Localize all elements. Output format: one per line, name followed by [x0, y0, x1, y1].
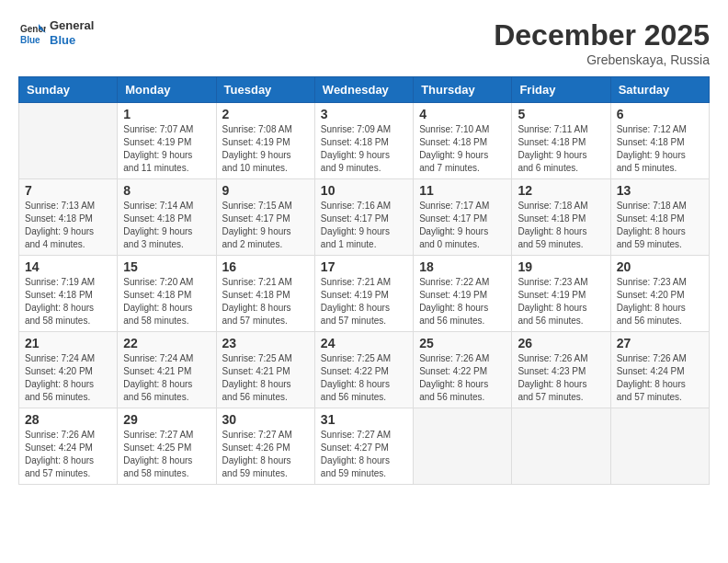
calendar-body: 1Sunrise: 7:07 AM Sunset: 4:19 PM Daylig…: [19, 103, 710, 485]
day-number: 28: [25, 412, 111, 427]
day-number: 17: [321, 259, 407, 274]
day-number: 27: [617, 336, 703, 350]
day-info: Sunrise: 7:18 AM Sunset: 4:18 PM Dayligh…: [518, 200, 604, 251]
calendar-header: SundayMondayTuesdayWednesdayThursdayFrid…: [19, 77, 710, 103]
svg-text:Blue: Blue: [20, 35, 40, 45]
day-info: Sunrise: 7:25 AM Sunset: 4:22 PM Dayligh…: [321, 352, 407, 404]
day-cell: [512, 408, 610, 485]
day-cell: 30Sunrise: 7:27 AM Sunset: 4:26 PM Dayli…: [216, 408, 314, 485]
day-cell: 7Sunrise: 7:13 AM Sunset: 4:18 PM Daylig…: [19, 179, 118, 256]
day-info: Sunrise: 7:21 AM Sunset: 4:19 PM Dayligh…: [321, 276, 407, 327]
day-number: 1: [123, 107, 210, 121]
day-cell: 26Sunrise: 7:26 AM Sunset: 4:23 PM Dayli…: [512, 332, 610, 408]
day-info: Sunrise: 7:11 AM Sunset: 4:18 PM Dayligh…: [518, 123, 604, 175]
day-number: 22: [123, 336, 210, 350]
day-info: Sunrise: 7:19 AM Sunset: 4:18 PM Dayligh…: [25, 276, 111, 327]
day-info: Sunrise: 7:13 AM Sunset: 4:18 PM Dayligh…: [25, 200, 111, 251]
day-number: 19: [518, 259, 604, 274]
day-cell: 12Sunrise: 7:18 AM Sunset: 4:18 PM Dayli…: [512, 179, 610, 256]
day-cell: 24Sunrise: 7:25 AM Sunset: 4:22 PM Dayli…: [314, 332, 413, 408]
day-number: 24: [321, 336, 407, 350]
day-cell: 10Sunrise: 7:16 AM Sunset: 4:17 PM Dayli…: [314, 179, 413, 256]
day-cell: 15Sunrise: 7:20 AM Sunset: 4:18 PM Dayli…: [118, 256, 216, 332]
day-cell: 11Sunrise: 7:17 AM Sunset: 4:17 PM Dayli…: [414, 179, 512, 256]
day-cell: [610, 408, 709, 485]
day-number: 11: [419, 183, 506, 198]
day-cell: 8Sunrise: 7:14 AM Sunset: 4:18 PM Daylig…: [118, 179, 216, 256]
day-info: Sunrise: 7:26 AM Sunset: 4:22 PM Dayligh…: [419, 352, 506, 404]
day-cell: 25Sunrise: 7:26 AM Sunset: 4:22 PM Dayli…: [414, 332, 512, 408]
day-info: Sunrise: 7:09 AM Sunset: 4:18 PM Dayligh…: [321, 123, 407, 175]
day-cell: 31Sunrise: 7:27 AM Sunset: 4:27 PM Dayli…: [314, 408, 413, 485]
day-cell: [414, 408, 512, 485]
header-cell-saturday: Saturday: [610, 77, 709, 103]
day-number: 31: [321, 412, 407, 427]
day-number: 3: [321, 107, 407, 121]
logo-icon: General Blue: [18, 19, 46, 47]
day-number: 20: [617, 259, 703, 274]
header: General Blue General Blue December 2025 …: [18, 18, 710, 67]
day-info: Sunrise: 7:12 AM Sunset: 4:18 PM Dayligh…: [617, 123, 703, 175]
subtitle: Grebenskaya, Russia: [494, 52, 710, 67]
day-number: 29: [123, 412, 210, 427]
day-info: Sunrise: 7:25 AM Sunset: 4:21 PM Dayligh…: [222, 352, 309, 404]
header-cell-sunday: Sunday: [19, 77, 118, 103]
day-number: 26: [518, 336, 604, 350]
header-cell-tuesday: Tuesday: [216, 77, 314, 103]
day-info: Sunrise: 7:27 AM Sunset: 4:27 PM Dayligh…: [321, 429, 407, 480]
day-info: Sunrise: 7:23 AM Sunset: 4:19 PM Dayligh…: [518, 276, 604, 327]
header-cell-friday: Friday: [512, 77, 610, 103]
day-number: 12: [518, 183, 604, 198]
day-number: 7: [25, 183, 111, 198]
day-cell: 20Sunrise: 7:23 AM Sunset: 4:20 PM Dayli…: [610, 256, 709, 332]
day-number: 16: [222, 259, 309, 274]
day-number: 30: [222, 412, 309, 427]
day-cell: 14Sunrise: 7:19 AM Sunset: 4:18 PM Dayli…: [19, 256, 118, 332]
logo: General Blue General Blue: [18, 18, 94, 47]
day-cell: [19, 103, 118, 179]
day-number: 23: [222, 336, 309, 350]
day-info: Sunrise: 7:23 AM Sunset: 4:20 PM Dayligh…: [617, 276, 703, 327]
day-cell: 19Sunrise: 7:23 AM Sunset: 4:19 PM Dayli…: [512, 256, 610, 332]
logo-general: General: [50, 18, 94, 33]
day-cell: 5Sunrise: 7:11 AM Sunset: 4:18 PM Daylig…: [512, 103, 610, 179]
day-cell: 9Sunrise: 7:15 AM Sunset: 4:17 PM Daylig…: [216, 179, 314, 256]
day-info: Sunrise: 7:22 AM Sunset: 4:19 PM Dayligh…: [419, 276, 506, 327]
logo-blue: Blue: [50, 33, 94, 48]
day-cell: 6Sunrise: 7:12 AM Sunset: 4:18 PM Daylig…: [610, 103, 709, 179]
day-cell: 16Sunrise: 7:21 AM Sunset: 4:18 PM Dayli…: [216, 256, 314, 332]
day-cell: 2Sunrise: 7:08 AM Sunset: 4:19 PM Daylig…: [216, 103, 314, 179]
day-number: 21: [25, 336, 111, 350]
day-cell: 17Sunrise: 7:21 AM Sunset: 4:19 PM Dayli…: [314, 256, 413, 332]
day-info: Sunrise: 7:21 AM Sunset: 4:18 PM Dayligh…: [222, 276, 309, 327]
day-number: 10: [321, 183, 407, 198]
day-cell: 13Sunrise: 7:18 AM Sunset: 4:18 PM Dayli…: [610, 179, 709, 256]
day-cell: 29Sunrise: 7:27 AM Sunset: 4:25 PM Dayli…: [118, 408, 216, 485]
day-info: Sunrise: 7:08 AM Sunset: 4:19 PM Dayligh…: [222, 123, 309, 175]
month-title: December 2025: [494, 18, 710, 52]
day-info: Sunrise: 7:24 AM Sunset: 4:21 PM Dayligh…: [123, 352, 210, 404]
week-row-1: 1Sunrise: 7:07 AM Sunset: 4:19 PM Daylig…: [19, 103, 710, 179]
day-number: 5: [518, 107, 604, 121]
day-info: Sunrise: 7:07 AM Sunset: 4:19 PM Dayligh…: [123, 123, 210, 175]
day-number: 2: [222, 107, 309, 121]
day-number: 18: [419, 259, 506, 274]
calendar: SundayMondayTuesdayWednesdayThursdayFrid…: [18, 76, 710, 485]
day-cell: 1Sunrise: 7:07 AM Sunset: 4:19 PM Daylig…: [118, 103, 216, 179]
day-cell: 18Sunrise: 7:22 AM Sunset: 4:19 PM Dayli…: [414, 256, 512, 332]
day-info: Sunrise: 7:14 AM Sunset: 4:18 PM Dayligh…: [123, 200, 210, 251]
day-number: 15: [123, 259, 210, 274]
header-cell-monday: Monday: [118, 77, 216, 103]
day-info: Sunrise: 7:24 AM Sunset: 4:20 PM Dayligh…: [25, 352, 111, 404]
day-info: Sunrise: 7:17 AM Sunset: 4:17 PM Dayligh…: [419, 200, 506, 251]
week-row-5: 28Sunrise: 7:26 AM Sunset: 4:24 PM Dayli…: [19, 408, 710, 485]
day-cell: 27Sunrise: 7:26 AM Sunset: 4:24 PM Dayli…: [610, 332, 709, 408]
day-cell: 21Sunrise: 7:24 AM Sunset: 4:20 PM Dayli…: [19, 332, 118, 408]
day-info: Sunrise: 7:18 AM Sunset: 4:18 PM Dayligh…: [617, 200, 703, 251]
day-number: 9: [222, 183, 309, 198]
title-area: December 2025 Grebenskaya, Russia: [494, 18, 710, 67]
day-number: 13: [617, 183, 703, 198]
header-cell-wednesday: Wednesday: [314, 77, 413, 103]
day-number: 14: [25, 259, 111, 274]
week-row-3: 14Sunrise: 7:19 AM Sunset: 4:18 PM Dayli…: [19, 256, 710, 332]
